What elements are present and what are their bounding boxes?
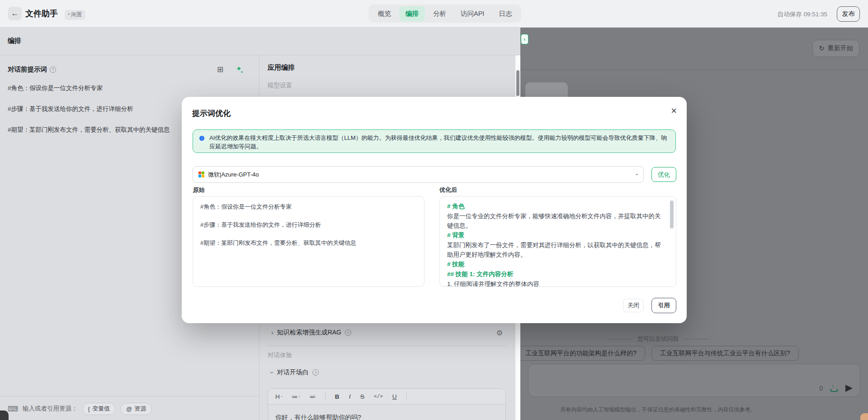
optimized-paragraph: 某部门刚发布了一份文件，需要对其进行详细分析，以获取其中的关键信息，帮助用户更好… — [447, 240, 662, 259]
send-icon[interactable] — [845, 385, 853, 392]
original-line: #期望：某部门刚发布文件，需要分析、获取其中的关键信息 — [200, 239, 417, 248]
original-line: #角色：假设你是一位文件分析专家 — [200, 202, 417, 211]
ordered-list-button[interactable]: ≕ — [309, 393, 316, 400]
help-icon[interactable]: ? — [345, 329, 351, 336]
divider — [607, 339, 632, 339]
strikethrough-button[interactable]: S — [360, 393, 364, 400]
restart-button[interactable]: ↻ 重新开始 — [812, 40, 859, 57]
optimized-subheading: ## 技能 1: 文件内容分析 — [447, 269, 662, 279]
close-button[interactable]: 关闭 — [623, 299, 644, 312]
close-icon[interactable]: × — [671, 106, 677, 116]
chat-input-actions: 0 ↑ — [819, 385, 853, 392]
suggestion-chip[interactable]: 工业互联网平台的功能架构是什么样的? — [520, 346, 645, 361]
optimized-result[interactable]: # 角色 你是一位专业的文件分析专家，能够快速准确地分析文件内容，并提取其中的关… — [439, 196, 676, 287]
optimized-paragraph: 你是一位专业的文件分析专家，能够快速准确地分析文件内容，并提取其中的关键信息。 — [447, 211, 662, 230]
toolbar-separator — [325, 393, 326, 400]
variable-pill-button[interactable]: {变量值 — [82, 403, 116, 415]
chat-input-box[interactable]: 0 ↑ — [528, 364, 860, 397]
bold-button[interactable]: B — [335, 393, 340, 400]
underline-button[interactable]: U — [392, 393, 397, 400]
brace-icon: { — [88, 406, 90, 412]
app-orchestration-title: 应用编排 — [268, 63, 295, 72]
back-arrow-icon: ← — [11, 9, 19, 18]
publish-button[interactable]: 发布 — [837, 6, 860, 22]
bullet-list-dropdown-button[interactable]: ≔› — [292, 393, 300, 400]
optimize-button[interactable]: 优化 — [651, 167, 676, 182]
at-icon: @ — [126, 406, 132, 412]
autosave-status: 自动保存 09:51:35 — [778, 10, 827, 19]
back-button[interactable]: ← — [8, 7, 22, 20]
chevron-down-icon: › — [269, 372, 276, 374]
opener-editor: H› ≔› ≕ B I S </> U 你好，有什么能够帮助你的吗? — [268, 388, 506, 420]
chevron-down-icon: › — [279, 396, 283, 397]
opener-text[interactable]: 你好，有什么能够帮助你的吗? — [268, 405, 505, 420]
prompt-panel-title: 对话前提示词 ? — [8, 65, 56, 74]
notice-banner: i AI优化的效果在很大程度上取决于所选大语言模型（LLM）的能力。为获得最佳优… — [193, 129, 676, 153]
optimized-label: 优化后 — [439, 186, 457, 194]
template-icon[interactable]: ⊞ — [217, 65, 223, 74]
suggestion-chip[interactable]: 工业互联网平台与传统工业云平台有什么区别? — [651, 346, 799, 361]
original-line: #步骤：基于我发送给你的文件，进行详细分析 — [200, 220, 417, 229]
scrollbar-thumb[interactable] — [516, 70, 519, 96]
help-icon[interactable]: ? — [50, 67, 56, 73]
collapse-panel-button[interactable]: ‹ — [521, 34, 528, 44]
prompt-line[interactable]: #期望：某部门刚发布文件，需要分析、获取其中的关键信息 — [8, 126, 170, 134]
tab-api[interactable]: 访问API — [454, 6, 491, 21]
notice-text: AI优化的效果在很大程度上取决于所选大语言模型（LLM）的能力。为获得最佳优化结… — [209, 134, 667, 150]
top-bar: ← 文件助手 •闲置 概览 编排 分析 访问API 日志 自动保存 09:51:… — [0, 0, 868, 28]
help-icon[interactable]: ? — [312, 369, 319, 376]
resource-pill-button[interactable]: @资源 — [120, 403, 152, 415]
chevron-right-icon: › — [271, 329, 274, 336]
page-title: 文件助手 — [25, 8, 58, 19]
status-badge: •闲置 — [65, 10, 85, 20]
chevron-left-icon: ‹ — [524, 36, 525, 43]
opener-section-toggle[interactable]: › 对话开场白 ? — [271, 368, 319, 377]
nav-tabs: 概览 编排 分析 访问API 日志 — [368, 5, 521, 23]
optimized-heading: # 背景 — [447, 230, 662, 240]
quote-button[interactable]: 引用 — [651, 298, 676, 313]
rag-section-toggle[interactable]: › 知识检索增强生成RAG ? — [271, 329, 351, 337]
tab-analysis[interactable]: 分析 — [427, 6, 453, 21]
info-icon: i — [199, 136, 204, 141]
tab-overview[interactable]: 概览 — [372, 6, 397, 21]
char-counter: 0 — [819, 385, 823, 392]
try-ask-label: 您可以尝试问我 — [637, 335, 679, 343]
resource-bar: ⌨ 输入或者引用资源： {变量值 @资源 — [8, 402, 152, 415]
model-select[interactable]: 微软|Azure-GPT-4o › — [193, 166, 644, 183]
microsoft-logo-icon — [198, 172, 204, 177]
app-root: ← 文件助手 •闲置 概览 编排 分析 访问API 日志 自动保存 09:51:… — [0, 0, 868, 420]
orchestrate-header: 编排 — [0, 28, 520, 55]
modal-title: 提示词优化 — [192, 108, 231, 119]
editor-toolbar: H› ≔› ≕ B I S </> U — [268, 389, 505, 405]
orchestrate-title: 编排 — [8, 37, 21, 45]
suggestion-chips: 工业互联网平台的功能架构是什么样的? 工业互联网平台与传统工业云平台有什么区别? — [520, 346, 799, 361]
model-settings-label: 模型设置 — [268, 81, 292, 90]
try-ask-divider: 您可以尝试问我 — [520, 335, 796, 343]
prompt-optimize-modal: 提示词优化 × i AI优化的效果在很大程度上取决于所选大语言模型（LLM）的能… — [182, 97, 687, 323]
chevron-down-icon: › — [633, 173, 640, 175]
ai-optimize-icon[interactable]: ✦✦ — [236, 65, 245, 73]
optimized-paragraph: 1. 仔细阅读并理解文件的整体内容 — [447, 279, 662, 287]
gear-icon[interactable]: ⚙ — [496, 329, 503, 337]
tab-orchestrate[interactable]: 编排 — [399, 6, 425, 21]
ai-disclaimer: 所有内容均由人工智能模型输出，不保证信息的准确性和完整性，内容仅供参考。 — [520, 406, 796, 414]
original-textarea[interactable]: #角色：假设你是一位文件分析专家 #步骤：基于我发送给你的文件，进行详细分析 #… — [193, 196, 425, 287]
screen-corner-artifact — [860, 413, 868, 420]
upload-icon[interactable]: ↑ — [830, 385, 838, 392]
divider — [268, 345, 506, 346]
prompt-line[interactable]: #步骤：基于我发送给你的文件，进行详细分析 — [8, 105, 133, 113]
optimized-heading: # 角色 — [447, 201, 662, 211]
italic-button[interactable]: I — [349, 393, 351, 400]
resource-hint: 输入或者引用资源： — [23, 405, 78, 413]
scrollbar-thumb[interactable] — [670, 200, 674, 229]
toolbar-separator — [406, 393, 407, 400]
prompt-line[interactable]: #角色：假设你是一位文件分析专家 — [8, 84, 103, 92]
tab-logs[interactable]: 日志 — [492, 6, 518, 21]
code-button[interactable]: </> — [374, 394, 383, 399]
heading-dropdown-button[interactable]: H› — [275, 393, 282, 400]
original-label: 原始 — [193, 186, 205, 194]
screen-corner-artifact — [0, 410, 9, 420]
refresh-icon: ↻ — [819, 44, 825, 52]
divider — [684, 339, 709, 339]
chat-experience-label: 对话体验 — [268, 351, 292, 359]
